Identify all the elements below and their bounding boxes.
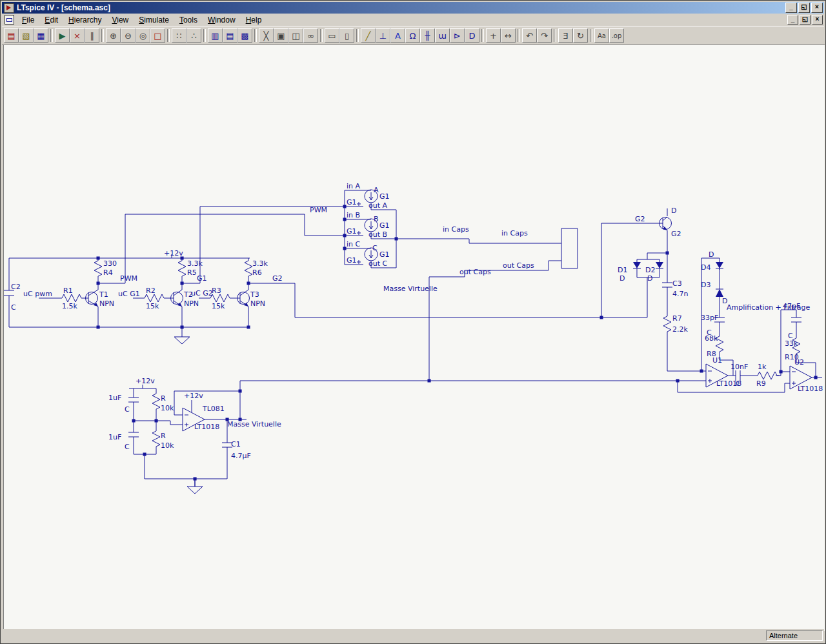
tile-horizontal-button[interactable]: ▥	[208, 28, 223, 43]
menu-simulate[interactable]: Simulate	[134, 14, 174, 26]
resistor-r-upper[interactable]	[152, 391, 160, 412]
resistor-r1[interactable]	[59, 294, 84, 302]
restore-button[interactable]: ◱	[798, 3, 810, 13]
label-r2-val: 15k	[146, 302, 159, 310]
move-button[interactable]: +	[486, 28, 501, 43]
cut-button[interactable]: ╳	[259, 28, 274, 43]
diode-d3[interactable]	[716, 289, 723, 297]
capacitor-1uf-lower[interactable]	[128, 432, 139, 437]
label-r5-name: R5	[187, 268, 197, 277]
print-button[interactable]: ▭	[325, 28, 339, 43]
find-button[interactable]: ∞	[303, 28, 318, 43]
label-letter-a: A	[374, 186, 379, 194]
open-button[interactable]: ▧	[19, 28, 34, 43]
diode-d1[interactable]	[633, 259, 641, 277]
toolbar-separator	[320, 29, 323, 42]
label-c2-name: C2	[11, 283, 21, 291]
child-minimize-button[interactable]: _	[787, 15, 798, 25]
capacitor-c3[interactable]	[662, 283, 672, 287]
minimize-button[interactable]: _	[785, 3, 797, 13]
caps-block[interactable]	[561, 228, 578, 268]
resistor-r5[interactable]	[178, 258, 186, 279]
zoom-full-button[interactable]: ◎	[136, 28, 150, 43]
diode-button[interactable]: ⊳	[450, 28, 465, 43]
label-1uf-upper-name: C	[125, 405, 130, 414]
label-t3-name: T3	[250, 290, 259, 299]
resistor-r6[interactable]	[245, 258, 252, 279]
wire-button[interactable]: ╱	[361, 28, 376, 43]
component-button[interactable]: D	[465, 28, 479, 43]
new-schematic-button[interactable]: ▤	[4, 28, 19, 43]
pause-button[interactable]: ∥	[85, 28, 99, 43]
mirror-button[interactable]: Ǝ	[558, 28, 573, 43]
resistor-button[interactable]: Ω	[405, 28, 420, 43]
rotate-button[interactable]: ↻	[573, 28, 588, 43]
grid-button[interactable]: ∷	[172, 28, 186, 43]
capacitor-c2[interactable]	[4, 258, 14, 327]
tile-vertical-button[interactable]: ▤	[223, 28, 237, 43]
toolbar-separator	[101, 29, 104, 42]
drag-button[interactable]: ↔	[501, 28, 516, 43]
toolbar-separator	[356, 29, 359, 42]
resistor-r2[interactable]	[142, 294, 166, 302]
spice-directive-button[interactable]: .op	[609, 28, 624, 43]
menu-window[interactable]: Window	[203, 14, 241, 26]
resistor-r7[interactable]	[663, 314, 671, 334]
label-out-c: out C	[368, 259, 388, 268]
zoom-out-button[interactable]: ⊖	[121, 28, 136, 43]
menu-file[interactable]: File	[17, 14, 39, 26]
undo-button[interactable]: ↶	[522, 28, 537, 43]
capacitor-1uf-upper[interactable]	[128, 397, 139, 402]
capacitor-button[interactable]: ╫	[420, 28, 435, 43]
resistor-r-lower[interactable]	[152, 428, 160, 449]
child-close-button[interactable]: ×	[812, 15, 823, 25]
label-r1-name: R1	[63, 287, 73, 295]
cascade-button[interactable]: ▩	[237, 28, 252, 43]
save-button[interactable]: ▦	[34, 28, 48, 43]
zoom-in-button[interactable]: ⊕	[106, 28, 121, 43]
label-in-a: in A	[347, 182, 361, 190]
net-label-button[interactable]: A	[390, 28, 405, 43]
transistor-t3[interactable]	[232, 290, 250, 307]
zoom-fit-button[interactable]: □	[150, 28, 165, 43]
wires[interactable]	[9, 190, 822, 487]
label-in-caps-1: in Caps	[443, 225, 469, 234]
ground-button[interactable]: ⊥	[376, 28, 390, 43]
print-preview-button[interactable]: ▯	[339, 28, 354, 43]
resistor-r4[interactable]	[94, 258, 102, 279]
menu-edit[interactable]: Edit	[39, 14, 63, 26]
menu-help[interactable]: Help	[241, 14, 267, 26]
transistor-t1[interactable]	[84, 290, 98, 307]
text-button[interactable]: Aa	[594, 28, 609, 43]
run-button[interactable]: ▶	[55, 28, 70, 43]
redo-button[interactable]: ↷	[537, 28, 552, 43]
child-window-icon[interactable]	[5, 15, 14, 25]
status-bar: Alternate	[2, 629, 824, 642]
label-in-c: in C	[347, 240, 361, 248]
menu-view[interactable]: View	[106, 14, 134, 26]
child-restore-button[interactable]: ◱	[800, 15, 811, 25]
toolbar: ▤ ▧ ▦ ▶ × ∥ ⊕ ⊖ ◎ □ ∷ ∴ ▥ ▤ ▩ ╳ ▣ ◫ ∞ ▭ …	[2, 26, 824, 45]
paste-button[interactable]: ◫	[288, 28, 303, 43]
inductor-button[interactable]: ɯ	[435, 28, 450, 43]
transistor-t2[interactable]	[166, 290, 183, 307]
halt-button[interactable]: ×	[70, 28, 85, 43]
copy-button[interactable]: ▣	[274, 28, 288, 43]
label-letter-b: B	[374, 215, 379, 223]
diode-d2[interactable]	[656, 259, 663, 277]
label-r4-name: R4	[103, 268, 113, 277]
capacitor-47pf[interactable]	[791, 317, 801, 322]
menu-hierarchy[interactable]: Hierarchy	[63, 14, 106, 26]
label-g1-pin-b: G1	[347, 227, 357, 236]
label-t2-type: NPN	[184, 299, 199, 308]
close-button[interactable]: ×	[811, 3, 823, 13]
menu-tools[interactable]: Tools	[174, 14, 203, 26]
transistor-g2[interactable]	[660, 217, 672, 230]
label-r4-val: 330	[103, 259, 117, 268]
label-v12-op: +12v	[184, 392, 203, 400]
mark-unconnected-button[interactable]: ∴	[186, 28, 201, 43]
label-c1-name: C1	[231, 440, 241, 448]
schematic-canvas[interactable]: C2 C uC pwm R1 1.5k T1 NPN 330 R4 PWM +1…	[3, 45, 825, 631]
label-c3-val: 4.7n	[672, 290, 688, 298]
diode-d4[interactable]	[716, 258, 723, 270]
